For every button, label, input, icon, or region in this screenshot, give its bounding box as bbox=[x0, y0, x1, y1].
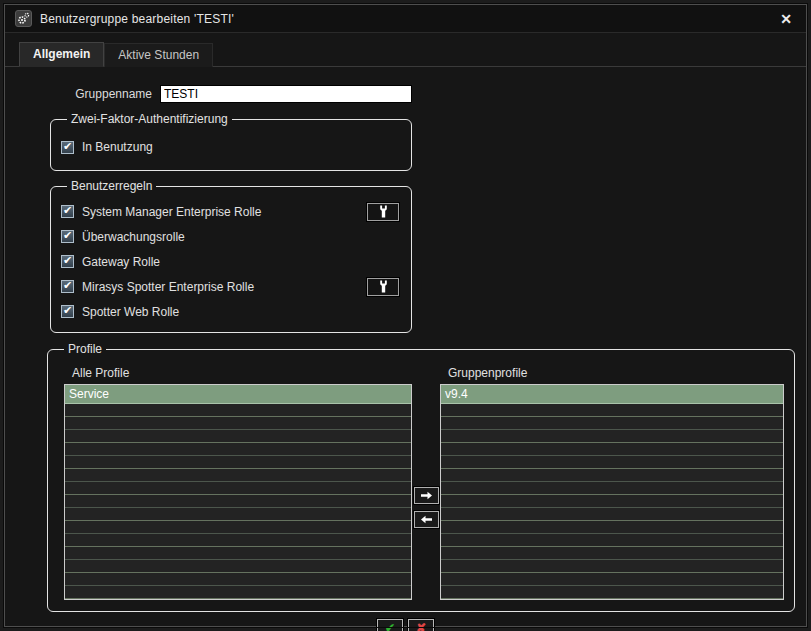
move-buttons bbox=[412, 364, 440, 600]
group-name-input[interactable] bbox=[160, 85, 412, 103]
role-checkbox[interactable]: ✔ bbox=[61, 230, 74, 243]
all-profiles-label: Alle Profile bbox=[64, 364, 412, 384]
tab-allgemein[interactable]: Allgemein bbox=[19, 42, 104, 67]
cancel-button[interactable]: ✘ bbox=[408, 619, 434, 631]
cancel-x-icon: ✘ bbox=[416, 622, 426, 631]
group-profiles-label: Gruppenprofile bbox=[440, 364, 784, 384]
role-checkbox[interactable]: ✔ bbox=[61, 305, 74, 318]
profiles-fieldset: Profile Alle Profile Service bbox=[47, 342, 795, 612]
edit-user-group-dialog: Benutzergruppe bearbeiten 'TESTI' ✕ Allg… bbox=[4, 4, 807, 627]
tab-strip: Allgemein Aktive Stunden bbox=[5, 41, 806, 67]
tab-aktive-stunden[interactable]: Aktive Stunden bbox=[104, 43, 213, 67]
all-profiles-list[interactable]: Service bbox=[64, 384, 412, 600]
title-bar: Benutzergruppe bearbeiten 'TESTI' ✕ bbox=[5, 5, 806, 33]
role-label: Spotter Web Rolle bbox=[82, 305, 179, 319]
group-name-row: Gruppenname bbox=[50, 85, 792, 103]
wrench-icon bbox=[379, 280, 388, 293]
list-item[interactable]: Service bbox=[65, 385, 411, 404]
group-name-label: Gruppenname bbox=[50, 87, 152, 101]
role-settings-button[interactable] bbox=[367, 203, 399, 221]
two-factor-fieldset: Zwei-Faktor-Authentifizierung ✔ In Benut… bbox=[50, 112, 412, 171]
role-label: Mirasys Spotter Enterprise Rolle bbox=[82, 280, 254, 294]
empty-list-rows bbox=[441, 404, 783, 600]
arrow-left-icon bbox=[420, 515, 433, 524]
role-row: ✔ System Manager Enterprise Rolle bbox=[61, 199, 401, 224]
close-icon[interactable]: ✕ bbox=[776, 12, 796, 26]
checkmark-icon: ✔ bbox=[63, 305, 72, 316]
list-item[interactable]: v9.4 bbox=[441, 385, 783, 404]
checkmark-icon: ✔ bbox=[63, 230, 72, 241]
in-use-row: ✔ In Benutzung bbox=[61, 132, 401, 162]
role-row: ✔ Gateway Rolle bbox=[61, 249, 401, 274]
role-label: Gateway Rolle bbox=[82, 255, 160, 269]
empty-list-rows bbox=[65, 404, 411, 600]
role-checkbox[interactable]: ✔ bbox=[61, 280, 74, 293]
role-row: ✔ Mirasys Spotter Enterprise Rolle bbox=[61, 274, 401, 299]
role-row: ✔ Überwachungsrolle bbox=[61, 224, 401, 249]
user-roles-fieldset: Benutzerregeln ✔ System Manager Enterpri… bbox=[50, 179, 412, 333]
checkmark-icon: ✔ bbox=[63, 205, 72, 216]
tab-content: Gruppenname Zwei-Faktor-Authentifizierun… bbox=[5, 67, 806, 631]
role-label: Überwachungsrolle bbox=[82, 230, 185, 244]
all-profiles-column: Alle Profile Service bbox=[64, 364, 412, 600]
two-factor-legend: Zwei-Faktor-Authentifizierung bbox=[67, 112, 232, 126]
ok-check-icon: ✔ bbox=[385, 622, 395, 631]
move-right-button[interactable] bbox=[414, 487, 439, 504]
dialog-footer: ✔ ✘ bbox=[19, 619, 792, 631]
profiles-body: Alle Profile Service bbox=[58, 362, 784, 600]
move-left-button[interactable] bbox=[414, 511, 439, 528]
role-checkbox[interactable]: ✔ bbox=[61, 255, 74, 268]
arrow-right-icon bbox=[420, 491, 433, 500]
group-profiles-column: Gruppenprofile v9.4 bbox=[440, 364, 784, 600]
group-profiles-list[interactable]: v9.4 bbox=[440, 384, 784, 600]
user-roles-legend: Benutzerregeln bbox=[67, 179, 156, 193]
role-row: ✔ Spotter Web Rolle bbox=[61, 299, 401, 324]
gears-icon bbox=[15, 10, 32, 27]
role-checkbox[interactable]: ✔ bbox=[61, 205, 74, 218]
dialog-title: Benutzergruppe bearbeiten 'TESTI' bbox=[40, 12, 234, 26]
checkmark-icon: ✔ bbox=[63, 141, 72, 152]
in-use-label: In Benutzung bbox=[82, 140, 153, 154]
profiles-legend: Profile bbox=[64, 342, 106, 356]
role-label: System Manager Enterprise Rolle bbox=[82, 205, 261, 219]
ok-button[interactable]: ✔ bbox=[377, 619, 403, 631]
wrench-icon bbox=[379, 205, 388, 218]
checkmark-icon: ✔ bbox=[63, 280, 72, 291]
in-use-checkbox[interactable]: ✔ bbox=[61, 141, 74, 154]
checkmark-icon: ✔ bbox=[63, 255, 72, 266]
role-settings-button[interactable] bbox=[367, 278, 399, 296]
